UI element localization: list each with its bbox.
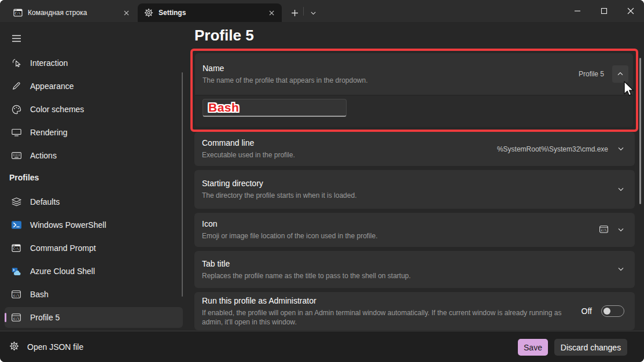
setting-description: Emoji or image file location of the icon… [202, 231, 593, 241]
sidebar-item-label: Rendering [30, 128, 68, 137]
setting-description: Replaces the profile name as the title t… [202, 271, 610, 280]
sidebar-item-actions[interactable]: Actions [5, 145, 183, 166]
tab-bar-divider [303, 7, 304, 16]
actions-icon [10, 152, 22, 159]
tab-settings[interactable]: Settings [138, 3, 282, 22]
gear-icon [9, 341, 19, 353]
setting-card-icon[interactable]: Icon Emoji or image file location of the… [194, 213, 635, 247]
layers-icon [10, 197, 22, 206]
setting-label: Run this profile as Administrator [202, 296, 575, 305]
open-json-file-label: Open JSON file [27, 342, 83, 352]
setting-description: The name of the profile that appears in … [203, 76, 579, 85]
selected-indicator [5, 313, 6, 322]
profiles-section-header: Profiles [9, 173, 39, 182]
sidebar-item-defaults[interactable]: Defaults [5, 191, 183, 212]
azure-cloud-icon [10, 267, 22, 276]
sidebar-scrollbar[interactable] [182, 72, 183, 297]
setting-card-tab-title[interactable]: Tab title Replaces the profile name as t… [194, 251, 635, 288]
interaction-icon [10, 58, 22, 68]
rendering-icon [10, 128, 22, 136]
tab-close-icon[interactable] [121, 8, 131, 18]
collapse-button[interactable] [612, 65, 628, 83]
terminal-settings-window: C:\ Командная строка [0, 0, 644, 362]
sidebar-item-rendering[interactable]: Rendering [5, 122, 183, 143]
minimize-button[interactable] [564, 0, 591, 22]
tab-dropdown-button[interactable] [306, 5, 321, 20]
setting-card-run-as-admin: Run this profile as Administrator If ena… [194, 292, 635, 330]
chevron-down-icon[interactable] [617, 184, 624, 195]
powershell-icon [10, 221, 22, 229]
setting-card-starting-directory[interactable]: Starting directory The directory the pro… [194, 170, 635, 209]
discard-changes-button[interactable]: Discard changes [554, 339, 627, 356]
color-schemes-icon [10, 105, 22, 114]
maximize-button[interactable] [591, 0, 617, 22]
name-input[interactable]: Bash [203, 99, 347, 117]
name-expander-header[interactable]: Name The name of the profile that appear… [195, 53, 633, 95]
toggle-state-label: Off [582, 306, 592, 316]
setting-label: Command line [202, 138, 490, 147]
sidebar-item-label: Profile 5 [30, 313, 60, 322]
tab-command-prompt[interactable]: C:\ Командная строка [7, 3, 137, 22]
name-expander-content: Bash [195, 95, 633, 127]
svg-text:C:\: C:\ [13, 247, 19, 250]
sidebar-item-windows-powershell[interactable]: Windows PowerShell [5, 215, 183, 235]
content-scrollbar[interactable] [639, 58, 641, 204]
terminal-window-icon: c:\ [10, 290, 22, 298]
sidebar-item-profile-5[interactable]: c:\ Profile 5 [5, 307, 183, 328]
setting-description: If enabled, the profile will open in an … [202, 308, 569, 327]
sidebar-item-bash[interactable]: c:\ Bash [5, 284, 183, 305]
sidebar-item-color-schemes[interactable]: Color schemes [5, 99, 183, 120]
svg-text:c:\: c:\ [601, 228, 607, 232]
setting-label: Tab title [202, 259, 610, 268]
sidebar-item-appearance[interactable]: Appearance [5, 76, 183, 97]
open-json-file-button[interactable]: Open JSON file [5, 337, 89, 357]
setting-label: Icon [202, 219, 593, 228]
command-prompt-icon: C:\ [10, 244, 22, 252]
name-input-value-annotation: Bash [208, 101, 239, 114]
sidebar-item-label: Color schemes [30, 105, 84, 114]
setting-description: The directory the profile starts in when… [202, 191, 610, 200]
chevron-down-icon[interactable] [617, 225, 624, 235]
setting-card-name: Name The name of the profile that appear… [195, 53, 633, 127]
svg-text:c:\: c:\ [13, 316, 20, 320]
sidebar-item-label: Azure Cloud Shell [30, 267, 95, 276]
setting-label: Starting directory [202, 179, 610, 188]
setting-card-command-line[interactable]: Command line Executable used in the prof… [194, 132, 635, 166]
sidebar-item-command-prompt[interactable]: C:\ Command Prompt [5, 238, 183, 258]
chevron-down-icon[interactable] [617, 264, 624, 275]
setting-current-value: %SystemRoot%\System32\cmd.exe [497, 145, 608, 153]
tab-label: Settings [159, 9, 266, 17]
toggle-knob [603, 308, 610, 315]
sidebar-item-azure-cloud-shell[interactable]: Azure Cloud Shell [5, 261, 183, 282]
appearance-icon [10, 82, 22, 91]
command-prompt-icon: C:\ [13, 9, 23, 17]
sidebar-item-label: Windows PowerShell [30, 220, 106, 230]
setting-current-value: Profile 5 [579, 70, 604, 78]
setting-description: Executable used in the profile. [202, 150, 490, 160]
gear-icon [144, 8, 153, 17]
run-as-admin-toggle[interactable] [601, 305, 624, 317]
chevron-down-icon[interactable] [617, 144, 624, 154]
close-button[interactable] [617, 0, 644, 22]
sidebar-item-interaction[interactable]: Interaction [5, 53, 183, 73]
tab-label: Командная строка [28, 9, 121, 17]
mouse-cursor [623, 81, 635, 99]
svg-text:C:\: C:\ [15, 12, 21, 15]
sidebar-item-label: Command Prompt [30, 243, 96, 253]
sidebar-item-label: Actions [30, 151, 57, 160]
save-button[interactable]: Save [518, 339, 548, 356]
terminal-window-icon: c:\ [10, 313, 22, 322]
sidebar-item-label: Interaction [30, 58, 68, 68]
sidebar-item-label: Bash [30, 290, 49, 299]
profile-icon-preview: c:\ [599, 225, 608, 235]
tab-close-icon[interactable] [266, 8, 277, 18]
footer-bar: Open JSON file Save Discard changes [0, 331, 644, 362]
titlebar: C:\ Командная строка [0, 0, 644, 22]
new-tab-button[interactable] [287, 5, 302, 20]
svg-text:c:\: c:\ [13, 293, 20, 297]
page-title: Profile 5 [194, 27, 254, 45]
nav-menu-button[interactable] [5, 28, 28, 48]
sidebar-item-label: Appearance [30, 82, 74, 91]
setting-label: Name [203, 64, 579, 73]
sidebar-item-label: Defaults [30, 197, 60, 206]
